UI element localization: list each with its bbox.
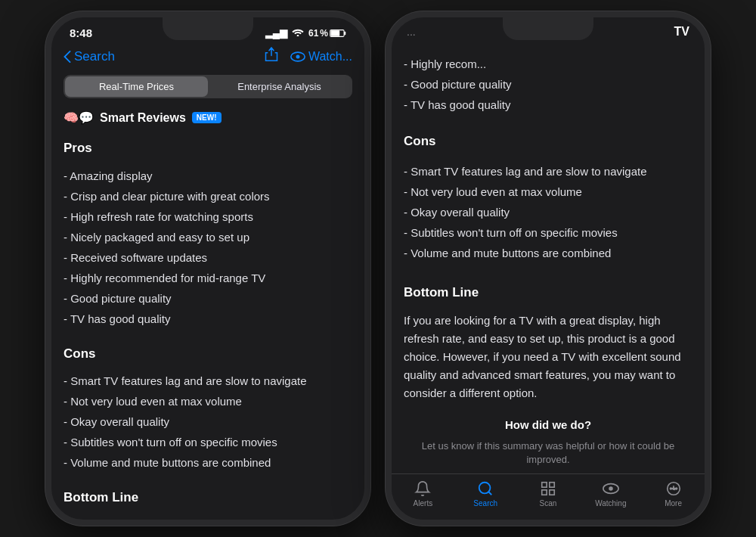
tab-watching-label: Watching xyxy=(595,499,626,508)
tab-more[interactable]: More xyxy=(642,480,705,508)
left-status-icons: ▂▄▆ 61% xyxy=(265,27,346,39)
segment-realtime[interactable]: Real-Time Prices xyxy=(65,76,208,97)
cons-item-1: - Smart TV features lag and are slow to … xyxy=(64,371,352,391)
watch-button[interactable]: Watch... xyxy=(290,50,352,64)
right-pros-item-2: - Good picture quality xyxy=(404,74,692,95)
tab-alerts[interactable]: Alerts xyxy=(392,480,454,508)
svg-rect-9 xyxy=(542,490,547,495)
pros-item-7: - Good picture quality xyxy=(64,288,352,309)
cons-item-3: - Okay overall quality xyxy=(64,411,352,432)
svg-point-15 xyxy=(670,488,671,489)
right-cons-heading: Cons xyxy=(404,130,692,154)
pros-list: - Amazing display - Crisp and clear pict… xyxy=(64,166,352,329)
right-top-tv: TV xyxy=(674,25,689,39)
left-nav-bar: Search Watch... xyxy=(51,44,364,72)
feedback-desc: Let us know if this summary was helpful … xyxy=(404,439,692,467)
right-status-partial: ... TV xyxy=(392,17,705,42)
right-cons-item-5: - Volume and mute buttons are combined xyxy=(404,243,692,263)
svg-point-12 xyxy=(609,486,613,491)
pros-item-6: - Highly recommended for mid-range TV xyxy=(64,268,352,288)
smart-reviews-header: 🧠💬 Smart Reviews NEW! xyxy=(51,106,364,132)
right-pros-continuation: - Highly recom... - Good picture quality… xyxy=(404,54,692,115)
right-top-left: ... xyxy=(407,26,416,38)
right-cons-list: - Smart TV features lag and are slow to … xyxy=(404,161,692,263)
cons-item-5: - Volume and mute buttons are combined xyxy=(64,452,352,473)
back-label: Search xyxy=(74,49,115,64)
tab-search-label: Search xyxy=(473,499,497,508)
right-cons-item-2: - Not very loud even at max volume xyxy=(404,182,692,202)
right-pros-item-1: - Highly recom... xyxy=(404,54,692,74)
cons-list: - Smart TV features lag and are slow to … xyxy=(64,371,352,473)
right-cons-item-3: - Okay overall quality xyxy=(404,202,692,222)
wifi-icon xyxy=(292,27,304,39)
right-bottom-line-heading: Bottom Line xyxy=(404,281,692,305)
svg-point-5 xyxy=(296,54,299,58)
pros-item-1: - Amazing display xyxy=(64,166,352,186)
tab-watching[interactable]: Watching xyxy=(579,480,642,508)
svg-point-17 xyxy=(673,488,674,489)
right-pros-item-3: - TV has good quality xyxy=(404,95,692,115)
svg-point-0 xyxy=(297,35,299,36)
pros-item-4: - Nicely packaged and easy to set up xyxy=(64,227,352,247)
tab-more-label: More xyxy=(665,499,682,508)
left-phone: 8:48 ▂▄▆ 61% xyxy=(45,11,370,526)
right-cons-item-1: - Smart TV features lag and are slow to … xyxy=(404,161,692,182)
battery-icon: 61% xyxy=(308,28,346,39)
pros-item-8: - TV has good quality xyxy=(64,309,352,329)
right-cons-item-4: - Subtitles won't turn off on specific m… xyxy=(404,222,692,243)
smart-reviews-emoji: 🧠💬 xyxy=(64,110,94,125)
back-button[interactable]: Search xyxy=(64,49,115,64)
watch-label: Watch... xyxy=(308,50,352,64)
left-status-bar: 8:48 ▂▄▆ 61% xyxy=(51,17,364,44)
pros-heading: Pros xyxy=(64,138,352,158)
svg-rect-3 xyxy=(330,30,339,36)
left-time: 8:48 xyxy=(70,26,92,39)
segment-enterprise[interactable]: Enterprise Analysis xyxy=(208,76,351,97)
pros-item-5: - Received software updates xyxy=(64,247,352,268)
tab-search[interactable]: Search xyxy=(454,480,517,508)
right-tab-bar: Alerts Search Scan xyxy=(392,473,705,520)
svg-rect-7 xyxy=(542,483,547,487)
right-phone: ... TV - Highly recom... - Good picture … xyxy=(386,11,711,526)
feedback-section: How did we do? Let us know if this summa… xyxy=(404,402,692,473)
share-button[interactable] xyxy=(265,47,278,66)
feedback-title: How did we do? xyxy=(404,414,692,435)
right-bottom-line-text: If you are looking for a TV with a great… xyxy=(404,312,692,402)
cons-item-2: - Not very loud even at max volume xyxy=(64,391,352,411)
svg-point-6 xyxy=(479,483,491,494)
nav-actions: Watch... xyxy=(265,47,352,66)
svg-rect-2 xyxy=(344,31,345,34)
svg-point-16 xyxy=(675,488,677,489)
cons-heading: Cons xyxy=(64,344,352,364)
pros-item-2: - Crisp and clear picture with great col… xyxy=(64,186,352,206)
bottom-line-heading: Bottom Line xyxy=(64,488,352,508)
right-content-scroll[interactable]: - Highly recom... - Good picture quality… xyxy=(392,42,705,473)
tab-alerts-label: Alerts xyxy=(414,499,433,508)
smart-reviews-title: Smart Reviews xyxy=(100,111,186,125)
pros-item-3: - High refresh rate for watching sports xyxy=(64,206,352,227)
phones-wrapper: 8:48 ▂▄▆ 61% xyxy=(45,11,711,526)
left-content-scroll[interactable]: Pros - Amazing display - Crisp and clear… xyxy=(51,132,364,520)
svg-rect-8 xyxy=(550,483,554,487)
cons-item-4: - Subtitles won't turn off on specific m… xyxy=(64,432,352,452)
svg-rect-10 xyxy=(550,490,554,495)
new-badge: NEW! xyxy=(192,112,222,123)
tab-scan-label: Scan xyxy=(540,499,557,508)
signal-icon: ▂▄▆ xyxy=(265,27,287,39)
segment-control: Real-Time Prices Enterprise Analysis xyxy=(64,75,352,98)
tab-scan[interactable]: Scan xyxy=(517,480,580,508)
